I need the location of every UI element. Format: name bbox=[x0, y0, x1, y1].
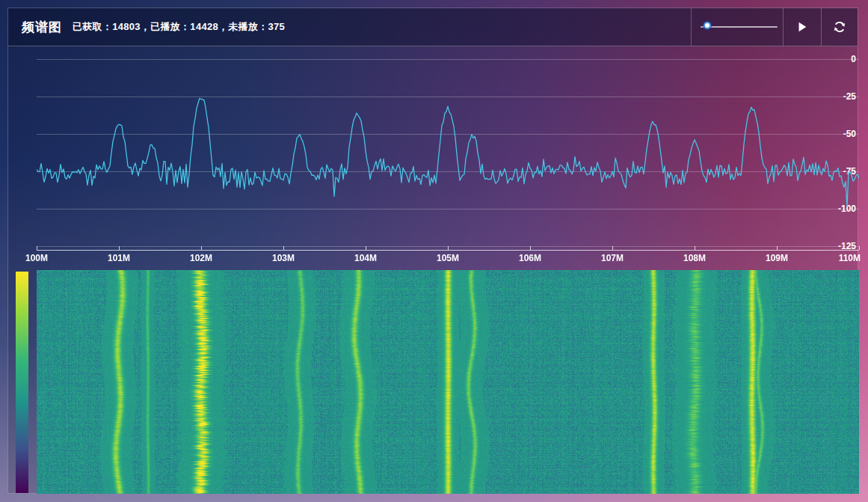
x-axis-labels: 100M 101M 102M 103M 104M 105M 106M 107M … bbox=[37, 253, 859, 266]
play-button[interactable] bbox=[783, 8, 821, 46]
spectrum-panel: 频谱图 已获取：14803，已播放：14428，未播放：375 bbox=[7, 7, 858, 494]
waterfall-canvas bbox=[37, 270, 859, 494]
x-axis-label: 106M bbox=[519, 253, 541, 263]
x-axis-label: 108M bbox=[683, 253, 706, 263]
waterfall bbox=[8, 270, 859, 494]
x-axis-label: 103M bbox=[272, 253, 295, 263]
x-axis-label: 100M bbox=[25, 253, 48, 263]
x-axis-label: 102M bbox=[190, 253, 212, 263]
panel-title: 频谱图 bbox=[8, 19, 62, 36]
x-axis-label: 109M bbox=[766, 253, 788, 263]
stats-text: 已获取：14803，已播放：14428，未播放：375 bbox=[62, 20, 285, 34]
desktop-background: 频谱图 已获取：14803，已播放：14428，未播放：375 bbox=[0, 0, 868, 502]
x-axis-label: 104M bbox=[354, 253, 377, 263]
x-axis-line bbox=[37, 250, 859, 251]
slider-track[interactable] bbox=[701, 26, 778, 28]
colorbar bbox=[16, 272, 28, 493]
play-icon bbox=[796, 21, 808, 33]
refresh-button[interactable] bbox=[821, 8, 858, 46]
x-axis-label: 110M bbox=[839, 253, 861, 263]
playback-slider[interactable] bbox=[691, 8, 783, 46]
refresh-icon bbox=[833, 20, 846, 34]
spectrum-chart: 0 -25 -50 -75 -100 -125 100M 101M 102M 1… bbox=[8, 46, 859, 270]
x-axis-label: 101M bbox=[108, 253, 130, 263]
x-axis-label: 105M bbox=[437, 253, 459, 263]
x-axis-label: 107M bbox=[601, 253, 624, 263]
spectrum-line-canvas bbox=[37, 46, 859, 265]
x-axis-tick bbox=[859, 246, 860, 250]
panel-header: 频谱图 已获取：14803，已播放：14428，未播放：375 bbox=[8, 8, 858, 46]
slider-handle[interactable] bbox=[704, 22, 711, 29]
